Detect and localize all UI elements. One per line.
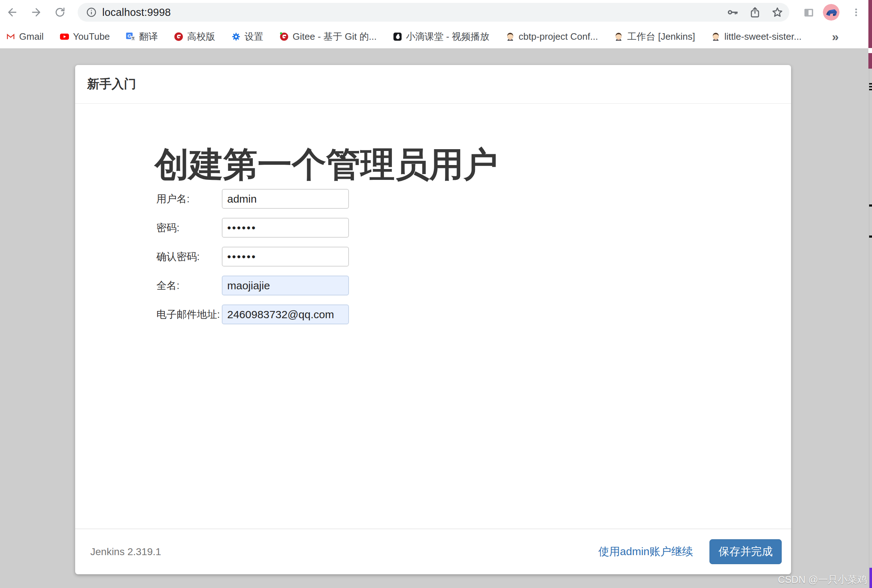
refresh-button[interactable] xyxy=(53,5,67,20)
edge-artifact xyxy=(868,48,872,53)
csdn-watermark: CSDN @一只小菜鸡 xyxy=(778,573,867,586)
gmail-icon xyxy=(6,32,15,42)
google-translate-icon: G xyxy=(126,32,135,42)
bookmark-xiaodi[interactable]: 小滴课堂 - 视频播放 xyxy=(393,30,489,43)
jenkins-version: Jenkins 2.319.1 xyxy=(90,546,161,558)
fullname-input[interactable] xyxy=(222,276,349,296)
url-text[interactable]: localhost:9998 xyxy=(102,6,171,18)
continue-as-admin-link[interactable]: 使用admin账户继续 xyxy=(598,544,693,559)
three-dots-icon xyxy=(851,7,861,18)
bookmark-label: 高校版 xyxy=(187,30,215,43)
back-button[interactable] xyxy=(5,5,20,20)
card-title: 新手入门 xyxy=(87,76,136,93)
bookmarks-overflow-button[interactable]: » xyxy=(832,24,839,48)
browser-toolbar: localhost:9998 xyxy=(0,0,872,24)
bookmark-label: cbtp-project Conf... xyxy=(519,31,598,42)
bookmark-cbtp-project[interactable]: cbtp-project Conf... xyxy=(505,31,598,42)
forward-button[interactable] xyxy=(29,5,44,20)
card-footer: Jenkins 2.319.1 使用admin账户继续 保存并完成 xyxy=(75,529,791,574)
share-icon[interactable] xyxy=(749,6,761,18)
jenkins-icon xyxy=(711,32,720,42)
edge-artifact xyxy=(869,83,872,84)
site-info-icon[interactable] xyxy=(86,6,97,18)
back-icon xyxy=(6,6,18,18)
fullname-label: 全名: xyxy=(156,279,222,292)
edge-artifact xyxy=(869,86,872,87)
edge-artifact xyxy=(869,236,872,238)
refresh-icon xyxy=(54,6,66,18)
setup-wizard-card: 新手入门 创建第一个管理员用户 用户名: 密码: 确认密码: 全名: xyxy=(75,65,791,574)
email-row: 电子邮件地址: xyxy=(156,304,349,324)
bookmark-youtube[interactable]: YouTube xyxy=(60,31,110,42)
card-header: 新手入门 xyxy=(75,65,791,104)
confirm-password-row: 确认密码: xyxy=(156,247,349,267)
svg-text:G: G xyxy=(128,33,132,39)
bookmark-label: little-sweet-sister... xyxy=(724,31,801,42)
fullname-row: 全名: xyxy=(156,276,349,296)
save-and-finish-button[interactable]: 保存并完成 xyxy=(710,539,782,564)
password-input[interactable] xyxy=(222,218,349,238)
edge-artifact xyxy=(869,204,872,207)
side-panel-icon xyxy=(803,6,815,19)
bookmark-translate[interactable]: G 翻译 xyxy=(126,30,158,43)
bookmark-label: Gmail xyxy=(19,31,44,42)
admin-user-form: 用户名: 密码: 确认密码: 全名: 电子邮件地址: xyxy=(156,189,349,333)
edge-artifact xyxy=(869,568,872,588)
gear-icon xyxy=(231,32,241,42)
bookmark-label: 工作台 [Jenkins] xyxy=(627,30,695,43)
elephant-avatar-icon xyxy=(823,4,839,21)
username-label: 用户名: xyxy=(156,192,222,206)
confirm-password-label: 确认密码: xyxy=(156,250,222,264)
star-icon[interactable] xyxy=(771,6,783,18)
bookmark-gitee[interactable]: Gitee - 基于 Git 的... xyxy=(279,30,377,43)
bookmark-label: Gitee - 基于 Git 的... xyxy=(293,30,377,43)
gitee-icon xyxy=(174,32,183,42)
edge-artifact xyxy=(869,89,872,90)
bookmark-little-sweet-sister[interactable]: little-sweet-sister... xyxy=(711,31,801,42)
gitee-icon xyxy=(279,32,289,42)
browser-menu-button[interactable] xyxy=(849,6,863,19)
side-panel-button[interactable] xyxy=(803,6,815,19)
bookmark-label: 小滴课堂 - 视频播放 xyxy=(406,30,489,43)
edge-artifact xyxy=(868,0,872,48)
forward-icon xyxy=(30,6,42,18)
form-title: 创建第一个管理员用户 xyxy=(155,147,498,183)
bookmarks-bar: Gmail YouTube G 翻译 高校版 设置 Gitee - 基于 Git… xyxy=(0,24,872,48)
bookmark-gmail[interactable]: Gmail xyxy=(6,31,44,42)
edge-artifact xyxy=(869,69,869,588)
browser-window: localhost:9998 Gmail YouTube G xyxy=(0,0,872,588)
jenkins-icon xyxy=(505,32,515,42)
edge-artifact xyxy=(868,53,872,69)
username-row: 用户名: xyxy=(156,189,349,209)
password-row: 密码: xyxy=(156,218,349,238)
bookmark-settings[interactable]: 设置 xyxy=(231,30,263,43)
password-label: 密码: xyxy=(156,221,222,235)
bookmark-jenkins-workbench[interactable]: 工作台 [Jenkins] xyxy=(614,30,695,43)
bookmark-label: 设置 xyxy=(245,30,263,43)
address-bar[interactable]: localhost:9998 xyxy=(78,3,789,22)
bookmark-label: 翻译 xyxy=(139,30,158,43)
email-input[interactable] xyxy=(222,304,349,324)
bookmark-label: YouTube xyxy=(73,31,110,42)
confirm-password-input[interactable] xyxy=(222,247,349,267)
jenkins-icon xyxy=(614,32,623,42)
username-input[interactable] xyxy=(222,189,349,209)
youtube-icon xyxy=(60,32,69,42)
email-label: 电子邮件地址: xyxy=(156,308,222,321)
xiaodi-icon xyxy=(393,32,402,42)
profile-avatar[interactable] xyxy=(823,4,839,21)
page-content: 新手入门 创建第一个管理员用户 用户名: 密码: 确认密码: 全名: xyxy=(0,48,872,588)
bookmark-gitee-school[interactable]: 高校版 xyxy=(174,30,215,43)
key-icon[interactable] xyxy=(726,6,739,18)
